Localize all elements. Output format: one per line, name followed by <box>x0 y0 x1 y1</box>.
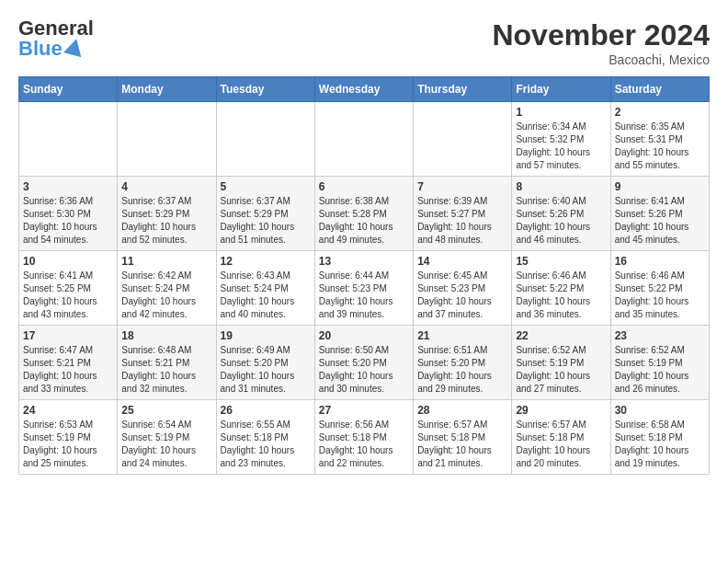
day-number: 25 <box>121 404 211 417</box>
day-info: Sunrise: 6:39 AM Sunset: 5:27 PM Dayligh… <box>417 195 507 247</box>
day-info: Sunrise: 6:37 AM Sunset: 5:29 PM Dayligh… <box>221 195 311 247</box>
month-title: November 2024 <box>492 18 710 52</box>
day-number: 4 <box>121 180 211 193</box>
day-number: 14 <box>417 255 507 268</box>
day-number: 20 <box>319 329 409 342</box>
logo-general: General <box>18 18 94 39</box>
day-number: 24 <box>23 404 113 417</box>
calendar-cell: 4Sunrise: 6:37 AM Sunset: 5:29 PM Daylig… <box>118 177 216 251</box>
calendar-cell: 3Sunrise: 6:36 AM Sunset: 5:30 PM Daylig… <box>19 177 118 251</box>
calendar-cell: 22Sunrise: 6:52 AM Sunset: 5:19 PM Dayli… <box>512 326 610 400</box>
calendar-week-row: 3Sunrise: 6:36 AM Sunset: 5:30 PM Daylig… <box>19 177 710 251</box>
day-info: Sunrise: 6:46 AM Sunset: 5:22 PM Dayligh… <box>615 270 705 321</box>
day-number: 22 <box>516 329 606 342</box>
day-number: 2 <box>615 106 705 119</box>
day-info: Sunrise: 6:42 AM Sunset: 5:24 PM Dayligh… <box>121 270 211 321</box>
calendar-cell <box>414 102 512 177</box>
day-number: 16 <box>615 255 705 268</box>
day-info: Sunrise: 6:41 AM Sunset: 5:26 PM Dayligh… <box>615 195 705 247</box>
day-number: 26 <box>221 404 311 417</box>
logo-triangle-icon <box>63 37 85 58</box>
calendar-cell: 12Sunrise: 6:43 AM Sunset: 5:24 PM Dayli… <box>216 251 314 326</box>
day-number: 6 <box>319 180 409 193</box>
calendar-cell <box>314 102 413 177</box>
calendar-header-row: SundayMondayTuesdayWednesdayThursdayFrid… <box>19 77 710 102</box>
day-info: Sunrise: 6:52 AM Sunset: 5:19 PM Dayligh… <box>516 344 606 396</box>
day-number: 15 <box>516 255 606 268</box>
calendar-cell <box>216 102 314 177</box>
calendar-week-row: 1Sunrise: 6:34 AM Sunset: 5:32 PM Daylig… <box>19 102 710 177</box>
day-info: Sunrise: 6:47 AM Sunset: 5:21 PM Dayligh… <box>23 344 113 396</box>
calendar-cell: 8Sunrise: 6:40 AM Sunset: 5:26 PM Daylig… <box>512 177 610 251</box>
day-info: Sunrise: 6:35 AM Sunset: 5:31 PM Dayligh… <box>615 121 705 172</box>
logo-image: General Blue <box>18 18 94 59</box>
day-number: 19 <box>221 329 311 342</box>
day-info: Sunrise: 6:43 AM Sunset: 5:24 PM Dayligh… <box>221 270 311 321</box>
day-number: 5 <box>221 180 311 193</box>
calendar-cell: 15Sunrise: 6:46 AM Sunset: 5:22 PM Dayli… <box>512 251 610 326</box>
day-info: Sunrise: 6:44 AM Sunset: 5:23 PM Dayligh… <box>319 270 409 321</box>
calendar-cell: 13Sunrise: 6:44 AM Sunset: 5:23 PM Dayli… <box>314 251 413 326</box>
day-number: 30 <box>615 404 705 417</box>
day-info: Sunrise: 6:50 AM Sunset: 5:20 PM Dayligh… <box>319 344 409 396</box>
calendar-cell: 5Sunrise: 6:37 AM Sunset: 5:29 PM Daylig… <box>216 177 314 251</box>
column-header-saturday: Saturday <box>610 77 709 102</box>
day-number: 8 <box>516 180 606 193</box>
day-info: Sunrise: 6:56 AM Sunset: 5:18 PM Dayligh… <box>319 419 409 470</box>
day-number: 7 <box>417 180 507 193</box>
calendar-table: SundayMondayTuesdayWednesdayThursdayFrid… <box>18 76 710 475</box>
calendar-cell: 28Sunrise: 6:57 AM Sunset: 5:18 PM Dayli… <box>414 400 512 475</box>
calendar-cell: 17Sunrise: 6:47 AM Sunset: 5:21 PM Dayli… <box>19 326 118 400</box>
location-subtitle: Bacoachi, Mexico <box>492 52 710 67</box>
column-header-thursday: Thursday <box>414 77 512 102</box>
day-number: 29 <box>516 404 606 417</box>
column-header-sunday: Sunday <box>19 77 118 102</box>
day-info: Sunrise: 6:57 AM Sunset: 5:18 PM Dayligh… <box>417 419 507 470</box>
day-info: Sunrise: 6:34 AM Sunset: 5:32 PM Dayligh… <box>516 121 606 172</box>
day-info: Sunrise: 6:45 AM Sunset: 5:23 PM Dayligh… <box>417 270 507 321</box>
day-info: Sunrise: 6:55 AM Sunset: 5:18 PM Dayligh… <box>221 419 311 470</box>
calendar-cell: 11Sunrise: 6:42 AM Sunset: 5:24 PM Dayli… <box>118 251 216 326</box>
day-number: 11 <box>121 255 211 268</box>
day-info: Sunrise: 6:58 AM Sunset: 5:18 PM Dayligh… <box>615 419 705 470</box>
day-number: 1 <box>516 106 606 119</box>
calendar-cell: 25Sunrise: 6:54 AM Sunset: 5:19 PM Dayli… <box>118 400 216 475</box>
calendar-cell: 20Sunrise: 6:50 AM Sunset: 5:20 PM Dayli… <box>314 326 413 400</box>
calendar-cell: 21Sunrise: 6:51 AM Sunset: 5:20 PM Dayli… <box>414 326 512 400</box>
calendar-cell: 27Sunrise: 6:56 AM Sunset: 5:18 PM Dayli… <box>314 400 413 475</box>
calendar-week-row: 17Sunrise: 6:47 AM Sunset: 5:21 PM Dayli… <box>19 326 710 400</box>
day-info: Sunrise: 6:40 AM Sunset: 5:26 PM Dayligh… <box>516 195 606 247</box>
calendar-week-row: 24Sunrise: 6:53 AM Sunset: 5:19 PM Dayli… <box>19 400 710 475</box>
column-header-wednesday: Wednesday <box>314 77 413 102</box>
calendar-cell: 6Sunrise: 6:38 AM Sunset: 5:28 PM Daylig… <box>314 177 413 251</box>
calendar-cell <box>19 102 118 177</box>
calendar-cell: 30Sunrise: 6:58 AM Sunset: 5:18 PM Dayli… <box>610 400 709 475</box>
day-info: Sunrise: 6:52 AM Sunset: 5:19 PM Dayligh… <box>615 344 705 396</box>
day-info: Sunrise: 6:53 AM Sunset: 5:19 PM Dayligh… <box>23 419 113 470</box>
day-number: 21 <box>417 329 507 342</box>
day-info: Sunrise: 6:41 AM Sunset: 5:25 PM Dayligh… <box>23 270 113 321</box>
calendar-cell: 2Sunrise: 6:35 AM Sunset: 5:31 PM Daylig… <box>610 102 709 177</box>
calendar-cell: 16Sunrise: 6:46 AM Sunset: 5:22 PM Dayli… <box>610 251 709 326</box>
day-info: Sunrise: 6:36 AM Sunset: 5:30 PM Dayligh… <box>23 195 113 247</box>
day-number: 9 <box>615 180 705 193</box>
day-info: Sunrise: 6:48 AM Sunset: 5:21 PM Dayligh… <box>121 344 211 396</box>
column-header-tuesday: Tuesday <box>216 77 314 102</box>
calendar-cell <box>118 102 216 177</box>
calendar-cell: 7Sunrise: 6:39 AM Sunset: 5:27 PM Daylig… <box>414 177 512 251</box>
column-header-monday: Monday <box>118 77 216 102</box>
logo: General Blue <box>18 18 94 59</box>
day-number: 18 <box>121 329 211 342</box>
day-info: Sunrise: 6:57 AM Sunset: 5:18 PM Dayligh… <box>516 419 606 470</box>
day-info: Sunrise: 6:49 AM Sunset: 5:20 PM Dayligh… <box>221 344 311 396</box>
calendar-cell: 9Sunrise: 6:41 AM Sunset: 5:26 PM Daylig… <box>610 177 709 251</box>
calendar-cell: 24Sunrise: 6:53 AM Sunset: 5:19 PM Dayli… <box>19 400 118 475</box>
calendar-cell: 14Sunrise: 6:45 AM Sunset: 5:23 PM Dayli… <box>414 251 512 326</box>
calendar-cell: 1Sunrise: 6:34 AM Sunset: 5:32 PM Daylig… <box>512 102 610 177</box>
calendar-week-row: 10Sunrise: 6:41 AM Sunset: 5:25 PM Dayli… <box>19 251 710 326</box>
day-number: 28 <box>417 404 507 417</box>
logo-blue-text: Blue <box>18 39 63 59</box>
day-info: Sunrise: 6:46 AM Sunset: 5:22 PM Dayligh… <box>516 270 606 321</box>
calendar-cell: 26Sunrise: 6:55 AM Sunset: 5:18 PM Dayli… <box>216 400 314 475</box>
title-block: November 2024 Bacoachi, Mexico <box>492 18 710 67</box>
